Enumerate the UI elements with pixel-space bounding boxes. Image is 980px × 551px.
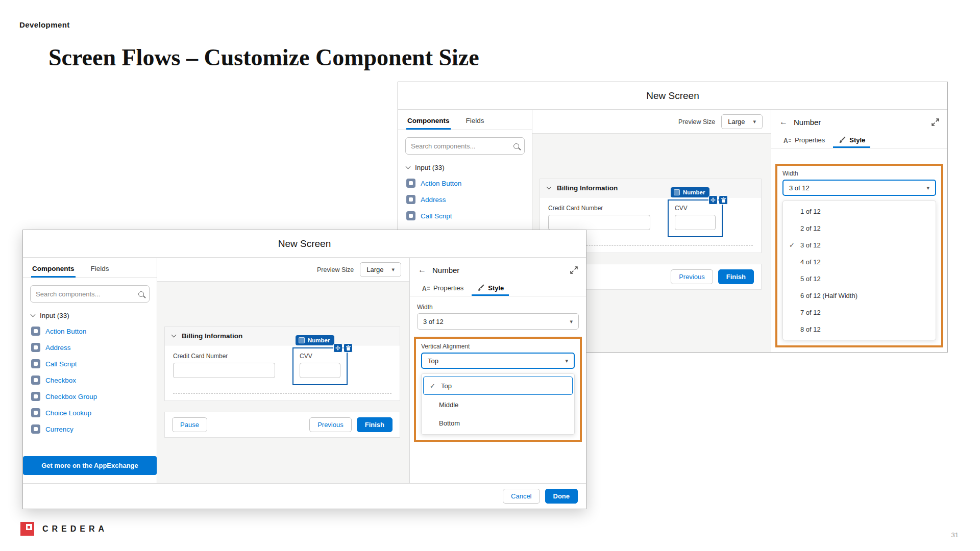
credera-brand: CREDERA — [20, 522, 108, 536]
delete-icon[interactable] — [344, 343, 353, 353]
width-option[interactable]: 6 of 12 (Half Width) — [783, 287, 936, 304]
valign-option[interactable]: Middle — [422, 395, 574, 414]
valign-option[interactable]: Bottom — [422, 414, 574, 432]
component-item-address[interactable]: Address — [31, 343, 149, 352]
credit-card-label: Credit Card Number — [548, 205, 650, 212]
width-label: Width — [417, 304, 579, 311]
billing-section-card: Billing Information Credit Card Number N… — [164, 327, 400, 401]
cvv-component-selected[interactable]: Number CVV — [292, 347, 348, 385]
vertical-alignment-select[interactable]: Top ▾ — [421, 353, 575, 369]
cancel-button[interactable]: Cancel — [503, 489, 540, 504]
cvv-input[interactable] — [675, 215, 716, 230]
page-title: Screen Flows – Customize Component Size — [48, 44, 479, 71]
width-select-value: 3 of 12 — [789, 184, 810, 192]
component-item-choice-lookup[interactable]: Choice Lookup — [31, 408, 149, 417]
tab-properties[interactable]: A Properties — [417, 280, 469, 296]
credit-card-input[interactable] — [173, 363, 275, 378]
billing-section-header[interactable]: Billing Information — [165, 327, 400, 345]
finish-button[interactable]: Finish — [718, 269, 754, 284]
delete-icon[interactable] — [719, 195, 728, 205]
component-list: Action Button Address Call Script — [398, 176, 532, 223]
number-inspector-panel: ← Number A Properties Style — [771, 110, 947, 352]
tab-components[interactable]: Components — [406, 110, 451, 130]
input-section-toggle[interactable]: Input (33) — [23, 307, 157, 323]
done-button[interactable]: Done — [545, 489, 578, 504]
move-icon[interactable] — [708, 195, 718, 205]
search-input[interactable] — [36, 290, 134, 298]
selection-actions — [708, 195, 728, 205]
component-item-call-script[interactable]: Call Script — [31, 359, 149, 368]
preview-size-select[interactable]: Large ▾ — [360, 262, 401, 277]
preview-size-select[interactable]: Large ▾ — [721, 114, 763, 129]
tab-fields[interactable]: Fields — [465, 110, 485, 130]
slide: { "slide": { "eyebrow": "Development", "… — [0, 0, 980, 551]
width-option[interactable]: 2 of 12 — [783, 220, 936, 237]
cvv-input[interactable] — [300, 363, 340, 378]
inspector-header: ← Number — [410, 258, 586, 280]
width-select[interactable]: 3 of 12 ▾ — [782, 180, 936, 196]
component-item-action-button[interactable]: Action Button — [406, 179, 524, 188]
back-arrow-icon[interactable]: ← — [779, 117, 788, 127]
component-label: Address — [45, 344, 71, 352]
pause-button[interactable]: Pause — [172, 417, 207, 432]
tab-components[interactable]: Components — [31, 258, 76, 278]
input-section-label: Input (33) — [40, 312, 69, 319]
finish-button[interactable]: Finish — [357, 417, 393, 432]
width-option-selected[interactable]: ✓3 of 12 — [783, 237, 936, 254]
component-item-checkbox[interactable]: Checkbox — [31, 375, 149, 385]
input-section-toggle[interactable]: Input (33) — [398, 159, 532, 176]
cvv-component-selected[interactable]: Number CVV — [668, 199, 723, 237]
tab-properties[interactable]: A Properties — [778, 132, 830, 148]
caret-down-icon: ▾ — [926, 185, 929, 191]
component-icon — [406, 179, 415, 188]
component-item-checkbox-group[interactable]: Checkbox Group — [31, 392, 149, 401]
brand-name: CREDERA — [42, 524, 108, 534]
credit-card-input[interactable] — [548, 215, 650, 230]
component-icon — [406, 211, 415, 220]
tab-fields[interactable]: Fields — [90, 258, 110, 278]
component-label: Call Script — [45, 360, 77, 368]
width-option[interactable]: 8 of 12 — [783, 321, 936, 338]
width-option[interactable]: 1 of 12 — [783, 203, 936, 220]
component-item-address[interactable]: Address — [406, 195, 524, 204]
component-item-currency[interactable]: Currency — [31, 424, 149, 434]
width-option[interactable]: 7 of 12 — [783, 304, 936, 321]
expand-icon[interactable] — [570, 266, 578, 274]
search-components-box[interactable] — [405, 137, 525, 155]
credit-card-field[interactable]: Credit Card Number — [173, 353, 275, 378]
expand-icon[interactable] — [932, 118, 939, 126]
option-label: 7 of 12 — [800, 309, 821, 316]
number-icon — [674, 189, 680, 195]
cvv-label: CVV — [675, 205, 716, 212]
tab-style[interactable]: Style — [472, 280, 509, 296]
previous-button[interactable]: Previous — [671, 269, 713, 284]
tab-style[interactable]: Style — [833, 132, 870, 148]
components-panel: Components Fields Input (33) Action Butt… — [23, 258, 157, 483]
properties-icon: A — [783, 137, 791, 144]
component-label: Choice Lookup — [45, 409, 91, 417]
width-option[interactable]: 5 of 12 — [783, 270, 936, 287]
width-highlight-box: Width 3 of 12 ▾ 1 of 12 2 of 12 ✓3 of 12… — [775, 164, 943, 347]
component-label: Currency — [45, 425, 74, 433]
canvas-header: Preview Size Large ▾ — [532, 110, 771, 134]
number-icon — [299, 337, 305, 343]
option-label: 8 of 12 — [800, 325, 821, 333]
component-item-call-script[interactable]: Call Script — [406, 211, 524, 220]
appexchange-button[interactable]: Get more on the AppExchange — [23, 456, 157, 475]
search-icon — [513, 143, 519, 149]
back-arrow-icon[interactable]: ← — [418, 265, 426, 274]
component-item-action-button[interactable]: Action Button — [31, 327, 149, 336]
width-select[interactable]: 3 of 12 ▾ — [417, 313, 579, 330]
panel-tabs: Components Fields — [23, 258, 157, 278]
panel-tabs: Components Fields — [398, 110, 532, 130]
previous-button[interactable]: Previous — [309, 417, 352, 432]
width-option[interactable]: 4 of 12 — [783, 254, 936, 270]
svg-text:A: A — [783, 137, 788, 144]
search-components-box[interactable] — [30, 285, 150, 303]
billing-section-header[interactable]: Billing Information — [540, 179, 761, 197]
search-input[interactable] — [411, 142, 509, 150]
credit-card-field[interactable]: Credit Card Number — [548, 205, 650, 230]
valign-option-selected[interactable]: ✓Top — [423, 377, 573, 395]
dashed-divider — [173, 393, 391, 400]
move-icon[interactable] — [333, 343, 342, 353]
